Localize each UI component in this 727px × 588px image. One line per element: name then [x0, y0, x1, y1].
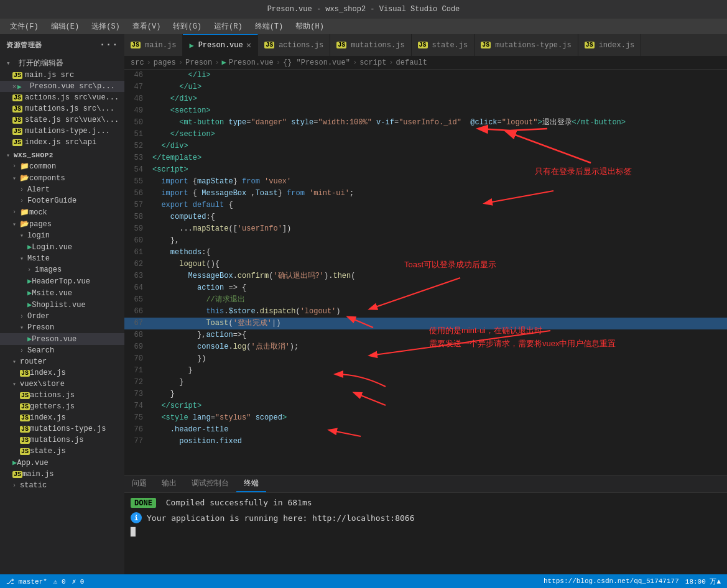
tab-mutations-type-js[interactable]: JS mutations-type.js [475, 34, 578, 56]
folder-common[interactable]: 📁 common [0, 160, 124, 172]
static-arrow [12, 482, 20, 489]
terminal-info-line: i Your application is running here: http… [131, 512, 721, 523]
file-headertop-vue[interactable]: ▶ HeaderTop.vue [0, 275, 124, 287]
tab-actions-js[interactable]: JS actions.js [258, 34, 330, 56]
file-shoplist-vue[interactable]: ▶ Shoplist.vue [0, 299, 124, 311]
breadcrumb-pages[interactable]: pages [154, 58, 176, 67]
folder-alert[interactable]: Alert [0, 184, 124, 195]
open-editor-actions-js[interactable]: JS actions.js src\vue... [0, 92, 124, 103]
open-editor-preson-label: Preson.vue src\p... [30, 82, 115, 91]
tab-js-icon-state: JS [418, 42, 428, 48]
menu-help[interactable]: 帮助(H) [290, 20, 329, 33]
open-editor-mutations-js[interactable]: JS mutations.js src\... [0, 103, 124, 114]
folder-pages-label: pages [29, 220, 52, 229]
breadcrumb-script[interactable]: script [359, 58, 386, 67]
title-bar: Preson.vue - wxs_shop2 - Visual Studio C… [0, 0, 727, 19]
tab-js-icon-main: JS [131, 42, 141, 48]
breadcrumb-preson[interactable]: Preson [185, 58, 212, 67]
folder-login-label: login [27, 231, 50, 240]
pages-arrow [12, 221, 20, 228]
menu-run[interactable]: 运行(R) [209, 20, 248, 33]
code-line-52: 52 </div> [124, 140, 727, 152]
breadcrumb-default[interactable]: default [396, 58, 427, 67]
folder-router[interactable]: router [0, 356, 124, 367]
tab-main-js-label: main.js [145, 41, 176, 50]
vue-headertop-icon: ▶ [27, 277, 32, 286]
status-time: 18:00 万▲ [685, 577, 721, 586]
file-actions[interactable]: JS actions.js [0, 390, 124, 401]
msite-arrow [20, 255, 27, 262]
tab-index-js[interactable]: JS index.js [578, 34, 642, 56]
bottom-panel: 问题 输出 调试控制台 终端 DONE Compiled successfull… [124, 475, 727, 574]
sidebar-menu-icon[interactable]: ··· [100, 39, 118, 50]
tab-main-js[interactable]: JS main.js [124, 34, 183, 56]
tab-js-icon-mutations-type: JS [481, 42, 491, 48]
open-editor-actions-label: actions.js src\vue... [25, 93, 119, 102]
open-editor-preson-vue[interactable]: ✕ ▶ Preson.vue src\p... [0, 81, 124, 92]
code-line-76: 76 .header-title [124, 424, 727, 436]
tab-state-js[interactable]: JS state.js [412, 34, 475, 56]
open-editor-index-js[interactable]: JS index.js src\api [0, 137, 124, 148]
tab-mutations-js[interactable]: JS mutations.js [330, 34, 411, 56]
folder-order[interactable]: Order [0, 311, 124, 322]
tab-preson-vue[interactable]: ▶ Preson.vue ✕ [183, 34, 258, 56]
panel-content[interactable]: DONE Compiled successfully in 681ms i Yo… [124, 493, 727, 574]
code-area[interactable]: 46 </li> 47 </ul> 48 </div> 49 <section>… [124, 70, 727, 475]
menu-select[interactable]: 选择(S) [86, 20, 125, 33]
folder-pages[interactable]: 📂 pages [0, 218, 124, 230]
menu-view[interactable]: 查看(V) [127, 20, 166, 33]
open-editor-mutations-type[interactable]: JS mutations-type.j... [0, 126, 124, 137]
file-router-index[interactable]: JS index.js [0, 367, 124, 379]
status-branch[interactable]: ⎇ master* [6, 577, 47, 586]
folder-footerguide[interactable]: FooterGuide [0, 195, 124, 206]
open-editor-main-label: main.js src [25, 71, 74, 80]
file-vuex-index[interactable]: JS index.js [0, 412, 124, 423]
panel-tab-output[interactable]: 输出 [154, 475, 184, 492]
folder-mock[interactable]: 📁 mock [0, 206, 124, 218]
folder-search[interactable]: Search [0, 345, 124, 356]
open-editor-state-js[interactable]: JS state.js src\vuex\... [0, 114, 124, 126]
tab-close-preson[interactable]: ✕ [246, 41, 251, 50]
panel-tab-problems[interactable]: 问题 [124, 475, 154, 492]
open-editor-index-label: index.js src\api [25, 138, 96, 147]
file-mutations-type[interactable]: JS mutations-type.js [0, 423, 124, 434]
close-icon[interactable]: ✕ [12, 83, 16, 90]
breadcrumb-file[interactable]: Preson.vue [229, 58, 274, 67]
file-login-vue[interactable]: ▶ Login.vue [0, 241, 124, 253]
js-mutations-vuex-icon: JS [20, 437, 30, 444]
folder-componts[interactable]: 📂 componts [0, 172, 124, 184]
file-app-vue[interactable]: ▶ App.vue [0, 457, 124, 469]
file-state-vuex[interactable]: JS state.js [0, 446, 124, 457]
file-preson-vue[interactable]: ▶ Preson.vue [0, 333, 124, 345]
js-mutations-type-icon: JS [20, 426, 30, 433]
file-getters[interactable]: JS getters.js [0, 401, 124, 412]
code-line-55: 55 import {mapState} from 'vuex' [124, 176, 727, 188]
code-line-69: 69 console.log('点击取消'); [124, 341, 727, 353]
open-editor-main-js[interactable]: JS main.js src [0, 70, 124, 81]
file-main-js[interactable]: JS main.js [0, 469, 124, 480]
open-editors-arrow [6, 59, 16, 67]
folder-msite[interactable]: Msite [0, 253, 124, 264]
panel-tab-terminal[interactable]: 终端 [236, 475, 266, 492]
file-msite-vue[interactable]: ▶ Msite.vue [0, 287, 124, 299]
vuex-arrow [12, 380, 20, 388]
status-bar: ⎇ master* ⚠ 0 ✗ 0 https://blog.csdn.net/… [0, 574, 727, 588]
panel-tab-debug[interactable]: 调试控制台 [184, 475, 236, 492]
folder-static[interactable]: static [0, 480, 124, 491]
breadcrumb-src[interactable]: src [131, 58, 144, 67]
open-editors-header[interactable]: 打开的编辑器 [0, 57, 124, 70]
info-badge: i [131, 512, 142, 523]
menu-file[interactable]: 文件(F) [5, 20, 44, 33]
folder-preson[interactable]: Preson [0, 322, 124, 333]
folder-login[interactable]: login [0, 230, 124, 241]
breadcrumb-obj[interactable]: {} "Preson.vue" [283, 58, 350, 67]
menu-goto[interactable]: 转到(G) [168, 20, 206, 33]
project-root[interactable]: WXS_SHOP2 [0, 150, 124, 160]
code-line-59: 59 ...mapState(['userInfo']) [124, 223, 727, 235]
preson-folder-arrow [20, 324, 27, 331]
folder-images[interactable]: images [0, 264, 124, 275]
folder-vuex[interactable]: vuex\store [0, 379, 124, 390]
menu-edit[interactable]: 编辑(E) [46, 20, 85, 33]
file-mutations-vuex[interactable]: JS mutations.js [0, 434, 124, 446]
menu-terminal[interactable]: 终端(T) [250, 20, 289, 33]
